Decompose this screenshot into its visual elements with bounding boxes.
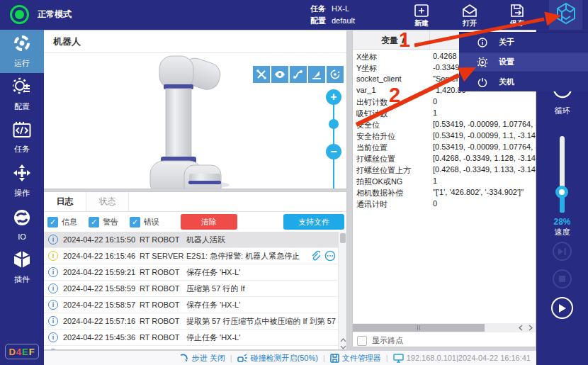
menu-item-label: 关于	[499, 37, 514, 47]
variable-row[interactable]: 安全抬升位 [0.53419, -0.00099, 1.1, -3.14048,…	[353, 131, 536, 142]
menu-item-shutdown[interactable]: 关机	[459, 72, 588, 91]
menu-item-settings[interactable]: 设置	[459, 52, 588, 72]
speed-slider[interactable]	[560, 136, 565, 213]
file-manager-button[interactable]: 文件管理器	[330, 353, 381, 364]
zoom-out-button[interactable]: −	[326, 144, 341, 159]
log-entry[interactable]: 2024-04-22 15:58:59 RT ROBOT 压缩第 57 行的 I…	[44, 281, 339, 297]
log-entry[interactable]: 2024-04-22 15:57:16 RT ROBOT 提取第 57 行压缩节…	[44, 313, 339, 330]
log-message: 压缩第 57 行的 If	[186, 283, 339, 294]
scroll-left-icon[interactable]	[519, 325, 523, 331]
step-mode-toggle[interactable]: 步进 关闭	[179, 353, 225, 364]
support-file-button[interactable]: 支持文件	[283, 214, 344, 230]
sidebar-item-config[interactable]: 配置	[0, 73, 44, 116]
variable-name: Y坐标	[353, 63, 433, 74]
log-source: RT ROBOT	[140, 284, 186, 293]
visibility-button[interactable]	[271, 66, 288, 83]
filter-warning-checkbox[interactable]: ✓警告	[89, 217, 118, 228]
filter-error-checkbox[interactable]: ✓错误	[130, 217, 159, 228]
stop-button[interactable]	[553, 269, 572, 288]
variables-hscrollbar[interactable]	[353, 323, 536, 332]
menu-item-about[interactable]: 关于	[459, 32, 588, 52]
log-entry[interactable]: 2024-04-22 15:59:21 RT ROBOT 保存任务 'HX-L'	[44, 264, 339, 281]
sidebar-item-run[interactable]: 运行	[0, 30, 44, 73]
variable-name: 通讯计时	[353, 199, 433, 210]
new-task-button[interactable]: 新建	[404, 2, 439, 29]
sidebar-item-label: 任务	[14, 144, 30, 155]
rotate-view-button[interactable]	[327, 66, 344, 83]
variable-value: "['1', '426.802', '-334.902']"	[433, 188, 536, 199]
speed-readout: 28% 速度	[536, 217, 588, 237]
filter-info-checkbox[interactable]: ✓信息	[47, 217, 77, 228]
variable-row[interactable]: 相机数据补偿 "['1', '426.802', '-334.902']"	[353, 188, 536, 199]
separator: |	[323, 354, 325, 362]
more-options-icon[interactable]	[324, 250, 336, 262]
tools-icon	[256, 69, 267, 80]
collision-detection-label: 碰撞检测开启(50%)	[251, 353, 318, 364]
version-badge: D4EF	[5, 344, 39, 359]
flag-button[interactable]	[308, 66, 325, 83]
log-scrollbar[interactable]	[338, 232, 346, 350]
sidebar-item-operate[interactable]: 操作	[0, 159, 44, 203]
connection-status: 192.168.0.101|2024-04-22 16:16:41	[393, 354, 531, 363]
log-entry[interactable]: 2024-04-22 16:15:50 RT ROBOT 机器人活跃	[44, 232, 339, 248]
log-level-icon	[48, 332, 58, 342]
variable-name: X坐标	[353, 52, 433, 63]
left-sidebar: 运行 配置 任务 操作 IO	[0, 30, 44, 365]
variable-row[interactable]: 安全位 [0.53419, -0.00099, 1.07764, -3.1404…	[353, 120, 536, 131]
variable-name: 打螺丝位置	[353, 154, 433, 165]
log-entry[interactable]: 2024-04-22 16:15:46 RT SERVER E2S1: 急停报警…	[44, 248, 339, 264]
variable-row[interactable]: 打螺丝位置 [0.4268, -0.3349, 1.128, -3.14159,…	[353, 154, 536, 165]
clear-log-button[interactable]: 清除	[181, 214, 237, 230]
variable-name: socket_client	[353, 74, 433, 86]
variable-row[interactable]: 吸钉计数 1	[353, 108, 536, 120]
play-button[interactable]	[551, 297, 573, 319]
scroll-down-icon[interactable]	[340, 345, 346, 349]
log-entry[interactable]: 2024-04-22 15:45:36 RT ROBOT 停止任务 'HX-L'	[44, 330, 339, 346]
badge-letter: D	[9, 347, 16, 357]
checkbox-checked-icon: ✓	[89, 217, 99, 228]
scroll-right-icon[interactable]	[528, 325, 533, 331]
tab-log[interactable]: 日志	[44, 192, 86, 211]
variable-row[interactable]: 当前位置 [0.53419, -0.00099, 1.07764, -3.140…	[353, 142, 536, 154]
save-task-button[interactable]: 保存	[499, 2, 535, 29]
sidebar-item-task[interactable]: 任务	[0, 116, 44, 159]
collision-detection-toggle[interactable]: 碰撞检测开启(50%)	[237, 353, 318, 364]
sidebar-item-label: 运行	[14, 58, 30, 69]
save-task-label: 保存	[510, 18, 524, 28]
variable-row[interactable]: 出钉计数 0	[353, 97, 536, 108]
tools-button[interactable]	[253, 66, 270, 83]
path-button[interactable]	[290, 66, 307, 83]
variable-row[interactable]: 通讯计时 0	[353, 199, 536, 210]
log-scrollbar-thumb[interactable]	[340, 233, 346, 243]
mode-label: 正常模式	[38, 9, 72, 21]
sidebar-item-plugin[interactable]: 插件	[0, 246, 44, 289]
step-run-button[interactable]	[553, 242, 572, 261]
path-icon	[293, 69, 304, 80]
cube-logo-icon	[555, 2, 577, 28]
step-mode-label: 步进 关闭	[192, 353, 225, 364]
scroll-up-icon[interactable]	[340, 338, 346, 342]
log-time: 2024-04-22 16:15:50	[63, 235, 140, 244]
variable-row[interactable]: 拍照OK或NG 1	[353, 176, 536, 188]
attachment-icon[interactable]	[310, 250, 320, 262]
speed-slider-handle[interactable]	[555, 186, 568, 198]
log-scroll-arrows	[339, 338, 347, 349]
show-waypoints-checkbox[interactable]: 显示路点	[357, 335, 403, 346]
log-time: 2024-04-22 15:59:21	[63, 268, 140, 276]
tab-status[interactable]: 状态	[86, 192, 129, 211]
open-task-button[interactable]: 打开	[452, 2, 487, 29]
log-entry[interactable]: 2024-04-22 15:58:57 RT ROBOT 保存任务 'HX-L'	[44, 297, 339, 313]
robot-mode-indicator[interactable]: 正常模式	[10, 5, 72, 24]
zoom-slider-handle[interactable]	[329, 119, 339, 129]
sidebar-item-io[interactable]: IO	[0, 203, 44, 246]
log-level-icon	[48, 235, 58, 245]
filter-error-label: 错误	[144, 217, 159, 228]
zoom-in-button[interactable]: +	[326, 89, 341, 105]
app-logo-button[interactable]	[549, 0, 582, 30]
variables-collapse-toggle[interactable]: 变量 ∧	[381, 35, 407, 47]
variable-row[interactable]: 打螺丝位置上方 [0.4268, -0.3349, 1.133, -3.1415…	[353, 165, 536, 176]
hscrollbar-thumb[interactable]	[353, 324, 485, 332]
variable-name: 安全位	[353, 120, 433, 131]
log-list: 2024-04-22 16:15:50 RT ROBOT 机器人活跃 2024-…	[44, 232, 339, 350]
config-value: default	[332, 16, 355, 25]
